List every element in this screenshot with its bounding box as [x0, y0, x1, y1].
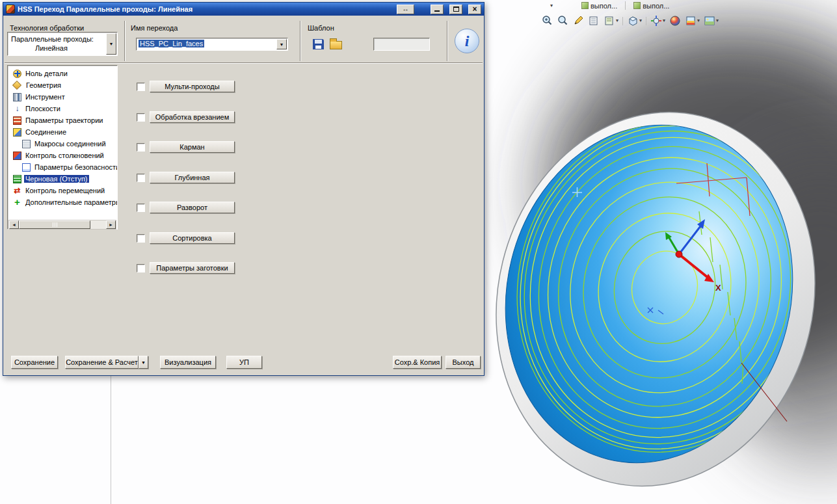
reverse-checkbox[interactable]: [137, 204, 145, 212]
operation-name-combo-arrow[interactable]: ▼: [276, 39, 287, 49]
chevron-down-icon[interactable]: ▾: [550, 3, 553, 8]
application-window: X ▾ выпол... выпол...: [0, 0, 837, 504]
pocket-button[interactable]: Карман: [150, 141, 235, 153]
tree-item-safety-params[interactable]: Параметры безопасности: [8, 161, 117, 173]
chevron-down-icon: ▼: [109, 42, 114, 46]
template-open-icon[interactable]: [330, 41, 342, 49]
template-save-icon[interactable]: [313, 39, 324, 49]
tree-item-link-macros[interactable]: Макросы соединений: [8, 138, 117, 150]
scroll-left-icon: ◄: [12, 222, 16, 227]
tree-item-label: Параметры безопасности: [33, 163, 117, 171]
plunge-machining-button[interactable]: Обработка врезанием: [150, 111, 235, 123]
scroll-left-button[interactable]: ◄: [9, 220, 19, 229]
macro-button-2[interactable]: выпол...: [632, 1, 671, 11]
technology-combo-arrow[interactable]: ▼: [106, 33, 116, 55]
save-calc-dropdown[interactable]: ▼: [139, 356, 148, 369]
pocket-checkbox[interactable]: [137, 143, 145, 152]
sorting-button[interactable]: Сортировка: [150, 232, 235, 244]
tree-item-label: Соединение: [24, 128, 68, 136]
depth-checkbox[interactable]: [137, 174, 145, 182]
plunge-machining-checkbox[interactable]: [137, 113, 145, 122]
macro-button-1[interactable]: выпол...: [580, 1, 618, 11]
panel-divider[interactable]: [111, 376, 111, 504]
tree-item-label: Дополнительные параметры: [24, 198, 117, 206]
header-separator: [300, 21, 301, 61]
tree-item-part-origin[interactable]: Ноль детали: [8, 68, 117, 79]
tree-item-collision-control[interactable]: Контроль столкновений: [8, 150, 117, 161]
exit-button[interactable]: Выход: [445, 356, 481, 369]
zoom-area-icon: [557, 15, 568, 27]
view-settings-button[interactable]: ▾: [649, 13, 667, 29]
multi-passes-button[interactable]: Мульти-проходы: [150, 81, 235, 92]
app-icon: [6, 5, 15, 14]
geometry-icon: [12, 81, 21, 90]
macro-toolbar: ▾ выпол... выпол...: [550, 0, 671, 11]
scene-button[interactable]: ▾: [702, 13, 720, 29]
edit-appearance-button[interactable]: ▾: [684, 13, 701, 29]
info-button[interactable]: i: [455, 29, 479, 53]
technology-label: Технология обработки: [10, 24, 84, 32]
option-row: Глубинная: [137, 172, 235, 183]
visualize-button[interactable]: Визуализация: [160, 356, 216, 369]
notebook-icon: [588, 15, 600, 27]
tree-item-roughing[interactable]: Черновая (Отступ): [8, 173, 117, 185]
zoom-in-button[interactable]: [540, 13, 554, 29]
tree-horizontal-scrollbar[interactable]: ◄ ►: [8, 220, 116, 230]
tree-item-extra-params[interactable]: +Дополнительные параметры: [8, 196, 117, 208]
motion-icon: ⇄: [13, 187, 21, 195]
section-view-button[interactable]: ▾: [626, 13, 643, 29]
scene-icon: [704, 15, 715, 27]
tool-icon: [13, 93, 21, 101]
tree-item-link[interactable]: Соединение: [8, 126, 117, 138]
annotate-button[interactable]: [571, 13, 585, 29]
close-button[interactable]: ×: [468, 5, 481, 14]
collision-icon: [13, 152, 21, 160]
tree-item-tool[interactable]: Инструмент: [8, 91, 117, 103]
save-calc-button[interactable]: Сохранение & Расчет: [65, 356, 139, 369]
operation-tree: Ноль детали Геометрия Инструмент ↓Плоско…: [7, 65, 118, 230]
stock-params-button[interactable]: Параметры заготовки: [150, 262, 235, 274]
option-row: Мульти-проходы: [137, 81, 235, 92]
macro-label: выпол...: [591, 2, 617, 10]
sorting-checkbox[interactable]: [137, 234, 145, 243]
scroll-right-button[interactable]: ►: [106, 220, 116, 229]
scrollbar-track[interactable]: [90, 220, 106, 229]
option-row: Параметры заготовки: [137, 262, 235, 274]
header-separator: [447, 21, 448, 61]
technology-combo[interactable]: Параллельные проходы: Линейная ▼: [7, 32, 118, 56]
maximize-button[interactable]: [449, 5, 462, 14]
tree-item-label: Ноль детали: [24, 70, 69, 77]
scrollbar-thumb[interactable]: [19, 220, 90, 229]
save-button[interactable]: Сохранение: [11, 356, 58, 369]
nc-program-button[interactable]: УП: [226, 356, 262, 369]
link-icon: [13, 128, 21, 137]
tree-item-geometry[interactable]: Геометрия: [8, 79, 117, 91]
minimize-button[interactable]: [431, 5, 444, 14]
operation-name-combo[interactable]: HSS_PC_Lin_faces ▼: [136, 38, 288, 51]
tree-item-planes[interactable]: ↓Плоскости: [8, 103, 117, 114]
macro-icon: [633, 2, 641, 9]
scroll-right-icon: ►: [109, 222, 113, 227]
multi-passes-checkbox[interactable]: [137, 83, 145, 91]
detach-button[interactable]: ↔: [397, 5, 414, 14]
option-row: Обработка врезанием: [137, 111, 235, 123]
chevron-down-icon: ▼: [280, 42, 284, 47]
axis-x-label: X: [715, 283, 721, 293]
notes-dropdown-button[interactable]: ▾: [602, 13, 620, 29]
stock-params-checkbox[interactable]: [137, 264, 145, 272]
save-copy-button[interactable]: Сохр.& Копия: [393, 356, 442, 369]
title-bar[interactable]: HSS Переход Параллельные проходы: Линейн…: [3, 3, 484, 16]
template-field[interactable]: [373, 38, 430, 51]
tree-item-toolpath-params[interactable]: Параметры траектории: [8, 114, 117, 126]
tree-item-label: Инструмент: [24, 93, 66, 101]
template-label: Шаблон: [308, 24, 334, 32]
zoom-area-button[interactable]: [555, 13, 570, 29]
reverse-button[interactable]: Разворот: [150, 202, 235, 213]
technology-value-line1: Параллельные проходы:: [11, 35, 94, 43]
appearance-button[interactable]: [668, 13, 682, 29]
view-toolbar: ▾ ▾ ▾ ▾ ▾: [540, 13, 720, 29]
notebook-icon: [604, 15, 615, 27]
tree-item-motion-control[interactable]: ⇄Контроль перемещений: [8, 185, 117, 196]
notes-button[interactable]: [587, 13, 601, 29]
depth-button[interactable]: Глубинная: [150, 172, 235, 183]
